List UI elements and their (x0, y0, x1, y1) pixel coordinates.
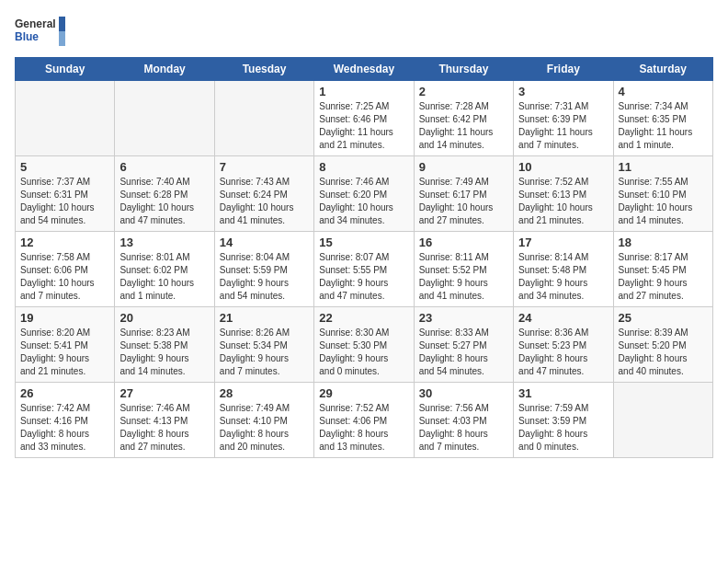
calendar-week-row: 19Sunrise: 8:20 AM Sunset: 5:41 PM Dayli… (16, 307, 713, 383)
calendar-cell: 5Sunrise: 7:37 AM Sunset: 6:31 PM Daylig… (16, 156, 115, 232)
calendar-cell: 20Sunrise: 8:23 AM Sunset: 5:38 PM Dayli… (115, 307, 214, 383)
calendar-cell: 7Sunrise: 7:43 AM Sunset: 6:24 PM Daylig… (214, 156, 313, 232)
day-info: Sunrise: 7:49 AM Sunset: 6:17 PM Dayligh… (419, 176, 508, 227)
day-info: Sunrise: 8:04 AM Sunset: 5:59 PM Dayligh… (220, 251, 309, 303)
calendar-cell: 17Sunrise: 8:14 AM Sunset: 5:48 PM Dayli… (514, 232, 613, 307)
day-of-week-header: Saturday (613, 58, 712, 81)
day-info: Sunrise: 7:46 AM Sunset: 6:20 PM Dayligh… (319, 176, 408, 227)
calendar-cell: 29Sunrise: 7:52 AM Sunset: 4:06 PM Dayli… (314, 383, 414, 458)
calendar-cell: 22Sunrise: 8:30 AM Sunset: 5:30 PM Dayli… (314, 307, 414, 383)
day-info: Sunrise: 8:36 AM Sunset: 5:23 PM Dayligh… (518, 327, 608, 378)
day-number: 4 (619, 85, 708, 98)
day-info: Sunrise: 7:52 AM Sunset: 6:13 PM Dayligh… (518, 176, 608, 227)
day-info: Sunrise: 7:52 AM Sunset: 4:06 PM Dayligh… (319, 402, 408, 454)
day-info: Sunrise: 7:56 AM Sunset: 4:03 PM Dayligh… (419, 402, 508, 454)
calendar-cell: 12Sunrise: 7:58 AM Sunset: 6:06 PM Dayli… (16, 232, 115, 307)
day-number: 26 (20, 386, 109, 400)
svg-text:General: General (15, 17, 56, 30)
calendar-cell: 16Sunrise: 8:11 AM Sunset: 5:52 PM Dayli… (414, 232, 513, 307)
calendar-cell: 15Sunrise: 8:07 AM Sunset: 5:55 PM Dayli… (314, 232, 414, 307)
day-number: 9 (419, 160, 508, 174)
calendar-week-row: 12Sunrise: 7:58 AM Sunset: 6:06 PM Dayli… (16, 232, 713, 307)
day-number: 7 (220, 160, 309, 174)
day-number: 29 (319, 386, 408, 400)
day-info: Sunrise: 8:26 AM Sunset: 5:34 PM Dayligh… (220, 327, 309, 378)
day-number: 25 (619, 311, 708, 325)
calendar-week-row: 5Sunrise: 7:37 AM Sunset: 6:31 PM Daylig… (16, 156, 713, 232)
calendar-cell: 2Sunrise: 7:28 AM Sunset: 6:42 PM Daylig… (414, 81, 513, 156)
calendar-cell: 24Sunrise: 8:36 AM Sunset: 5:23 PM Dayli… (514, 307, 613, 383)
logo-svg: General Blue (15, 15, 65, 50)
day-of-week-header: Thursday (414, 58, 513, 81)
day-info: Sunrise: 7:49 AM Sunset: 4:10 PM Dayligh… (220, 402, 309, 454)
day-number: 21 (220, 311, 309, 325)
calendar-cell: 1Sunrise: 7:25 AM Sunset: 6:46 PM Daylig… (314, 81, 414, 156)
calendar-cell (613, 383, 712, 458)
day-number: 31 (518, 386, 608, 400)
day-info: Sunrise: 8:01 AM Sunset: 6:02 PM Dayligh… (119, 251, 209, 303)
day-info: Sunrise: 7:25 AM Sunset: 6:46 PM Dayligh… (319, 100, 408, 152)
day-info: Sunrise: 7:37 AM Sunset: 6:31 PM Dayligh… (20, 176, 109, 227)
day-number: 5 (20, 160, 109, 174)
day-of-week-header: Tuesday (214, 58, 313, 81)
day-info: Sunrise: 8:20 AM Sunset: 5:41 PM Dayligh… (20, 327, 109, 378)
calendar-cell: 31Sunrise: 7:59 AM Sunset: 3:59 PM Dayli… (514, 383, 613, 458)
day-number: 15 (319, 236, 408, 249)
day-of-week-header: Wednesday (314, 58, 414, 81)
calendar-week-row: 26Sunrise: 7:42 AM Sunset: 4:16 PM Dayli… (16, 383, 713, 458)
calendar-cell: 18Sunrise: 8:17 AM Sunset: 5:45 PM Dayli… (613, 232, 712, 307)
day-info: Sunrise: 8:33 AM Sunset: 5:27 PM Dayligh… (419, 327, 508, 378)
day-info: Sunrise: 7:55 AM Sunset: 6:10 PM Dayligh… (619, 176, 708, 227)
day-info: Sunrise: 7:46 AM Sunset: 4:13 PM Dayligh… (119, 402, 209, 454)
day-number: 22 (319, 311, 408, 325)
calendar-cell: 10Sunrise: 7:52 AM Sunset: 6:13 PM Dayli… (514, 156, 613, 232)
calendar-cell: 6Sunrise: 7:40 AM Sunset: 6:28 PM Daylig… (115, 156, 214, 232)
calendar-cell: 25Sunrise: 8:39 AM Sunset: 5:20 PM Dayli… (613, 307, 712, 383)
day-number: 2 (419, 85, 508, 98)
calendar-cell: 14Sunrise: 8:04 AM Sunset: 5:59 PM Dayli… (214, 232, 313, 307)
day-number: 1 (319, 85, 408, 98)
day-number: 10 (518, 160, 608, 174)
calendar-cell: 28Sunrise: 7:49 AM Sunset: 4:10 PM Dayli… (214, 383, 313, 458)
day-number: 8 (319, 160, 408, 174)
day-info: Sunrise: 8:11 AM Sunset: 5:52 PM Dayligh… (419, 251, 508, 303)
calendar-cell (16, 81, 115, 156)
day-info: Sunrise: 7:43 AM Sunset: 6:24 PM Dayligh… (220, 176, 309, 227)
calendar-cell: 19Sunrise: 8:20 AM Sunset: 5:41 PM Dayli… (16, 307, 115, 383)
day-number: 18 (619, 236, 708, 249)
day-number: 19 (20, 311, 109, 325)
day-info: Sunrise: 7:28 AM Sunset: 6:42 PM Dayligh… (419, 100, 508, 152)
day-number: 20 (119, 311, 209, 325)
day-info: Sunrise: 7:31 AM Sunset: 6:39 PM Dayligh… (518, 100, 608, 152)
day-info: Sunrise: 7:40 AM Sunset: 6:28 PM Dayligh… (119, 176, 209, 227)
calendar-cell: 3Sunrise: 7:31 AM Sunset: 6:39 PM Daylig… (514, 81, 613, 156)
day-info: Sunrise: 7:34 AM Sunset: 6:35 PM Dayligh… (619, 100, 708, 152)
day-of-week-header: Sunday (16, 58, 115, 81)
calendar-cell (115, 81, 214, 156)
day-number: 11 (619, 160, 708, 174)
day-number: 13 (119, 236, 209, 249)
calendar-cell: 9Sunrise: 7:49 AM Sunset: 6:17 PM Daylig… (414, 156, 513, 232)
day-number: 30 (419, 386, 508, 400)
day-number: 24 (518, 311, 608, 325)
day-of-week-header: Monday (115, 58, 214, 81)
day-number: 16 (419, 236, 508, 249)
calendar-cell: 21Sunrise: 8:26 AM Sunset: 5:34 PM Dayli… (214, 307, 313, 383)
calendar-cell: 8Sunrise: 7:46 AM Sunset: 6:20 PM Daylig… (314, 156, 414, 232)
calendar-week-row: 1Sunrise: 7:25 AM Sunset: 6:46 PM Daylig… (16, 81, 713, 156)
day-info: Sunrise: 8:07 AM Sunset: 5:55 PM Dayligh… (319, 251, 408, 303)
logo: General Blue (15, 15, 65, 50)
day-info: Sunrise: 7:42 AM Sunset: 4:16 PM Dayligh… (20, 402, 109, 454)
day-number: 14 (220, 236, 309, 249)
svg-text:Blue: Blue (15, 30, 39, 43)
day-number: 12 (20, 236, 109, 249)
calendar-cell: 13Sunrise: 8:01 AM Sunset: 6:02 PM Dayli… (115, 232, 214, 307)
calendar-cell (214, 81, 313, 156)
calendar-cell: 30Sunrise: 7:56 AM Sunset: 4:03 PM Dayli… (414, 383, 513, 458)
day-info: Sunrise: 8:14 AM Sunset: 5:48 PM Dayligh… (518, 251, 608, 303)
calendar-cell: 23Sunrise: 8:33 AM Sunset: 5:27 PM Dayli… (414, 307, 513, 383)
day-info: Sunrise: 8:39 AM Sunset: 5:20 PM Dayligh… (619, 327, 708, 378)
day-number: 23 (419, 311, 508, 325)
calendar-cell: 11Sunrise: 7:55 AM Sunset: 6:10 PM Dayli… (613, 156, 712, 232)
day-info: Sunrise: 7:59 AM Sunset: 3:59 PM Dayligh… (518, 402, 608, 454)
